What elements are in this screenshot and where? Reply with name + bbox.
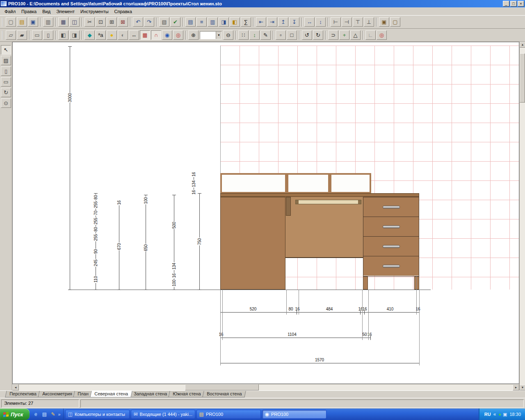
open-button[interactable]: ▤	[17, 17, 27, 27]
desk-drawer-unit[interactable]	[363, 197, 419, 276]
desk-partition-bracket[interactable]	[286, 197, 291, 216]
desk-back-panel[interactable]	[285, 197, 363, 258]
tab-1[interactable]: Аксонометрия	[38, 391, 76, 397]
toolbar-grip[interactable]	[2, 18, 3, 27]
align-top-button[interactable]: ⊤	[353, 17, 363, 27]
menu-item-1[interactable]: Правка	[18, 8, 39, 15]
grid-button[interactable]: ▦	[140, 30, 150, 40]
rotate-view-button[interactable]: ↻	[1, 88, 11, 97]
properties-button[interactable]: ▧	[159, 17, 169, 27]
delete-button[interactable]: ⊠	[118, 17, 128, 27]
menu-item-3[interactable]: Элемент	[53, 8, 78, 15]
close-button[interactable]: ×	[518, 1, 524, 7]
move-right-button[interactable]: ⇥	[267, 17, 277, 27]
desktop-icon[interactable]: ▤	[41, 411, 48, 418]
drawer-3[interactable]	[363, 237, 419, 256]
keyboard-tray-icon[interactable]: ▣	[503, 412, 507, 417]
price-list-button[interactable]: ◧	[230, 17, 240, 27]
h-scroll-track[interactable]	[19, 384, 513, 390]
center-v-button[interactable]: ↕	[315, 17, 326, 27]
dimension-lines-button[interactable]: ↔	[129, 30, 139, 40]
center-h-button[interactable]: ↔	[304, 17, 315, 27]
report-list-button[interactable]: ≡	[196, 17, 207, 27]
contacts-window-button[interactable]: ◫Компьютеры и контакты	[65, 410, 130, 419]
zoom-out-button[interactable]: ⊖	[223, 30, 233, 40]
report-structure-button[interactable]: ▤	[185, 17, 196, 27]
menu-item-2[interactable]: Вид	[39, 8, 53, 15]
align-right-button[interactable]: ⊣	[342, 17, 352, 27]
textures-button[interactable]: ◆	[84, 30, 95, 40]
shelf-divider[interactable]	[328, 175, 331, 192]
labels-button[interactable]: ªa	[96, 30, 106, 40]
snap-grid-button[interactable]: ∷	[238, 30, 249, 40]
rotate-left-button[interactable]: ↺	[302, 30, 312, 40]
drawer-1[interactable]	[363, 197, 419, 217]
minimize-button[interactable]: _	[503, 1, 509, 7]
view-solid-button[interactable]: ▰	[17, 30, 27, 40]
paste-tool-button[interactable]: ▯	[1, 66, 11, 76]
tab-3[interactable]: Северная стена	[90, 391, 132, 397]
shelf-divider[interactable]	[285, 175, 288, 192]
vertical-scrollbar[interactable]: ▲ ▼	[519, 42, 525, 390]
move-tool-button[interactable]: +	[339, 30, 349, 40]
v-scroll-track[interactable]	[520, 48, 525, 385]
light-button[interactable]: ●	[107, 30, 117, 40]
v-scroll-thumb[interactable]	[520, 53, 525, 103]
zoom-in-button[interactable]: ⊕	[188, 30, 199, 40]
browser-icon[interactable]: e	[32, 411, 39, 418]
desk-top-shelf[interactable]	[220, 173, 371, 194]
mirror-button[interactable]: △	[350, 30, 361, 40]
view-wireframe-button[interactable]: ▱	[6, 30, 16, 40]
tab-5[interactable]: Южная стена	[168, 391, 205, 397]
report-sheet-button[interactable]: ▥	[208, 17, 218, 27]
desk-left-cabinet[interactable]	[220, 197, 285, 290]
notes-icon[interactable]: ✎	[49, 411, 57, 418]
zoom-value-input[interactable]	[200, 32, 216, 39]
sum-button[interactable]: ∑	[241, 17, 251, 27]
scroll-down-icon[interactable]: ▼	[520, 385, 525, 390]
desk-leg-left[interactable]	[363, 276, 368, 290]
print-button[interactable]: ▦	[58, 17, 68, 27]
standards-button[interactable]: ✔	[170, 17, 180, 27]
copy-button[interactable]: ⊡	[96, 17, 106, 27]
sphere-button[interactable]: ◉	[162, 30, 172, 40]
cut-plane-button[interactable]: ▨	[1, 56, 11, 65]
scroll-up-icon[interactable]: ▲	[520, 42, 525, 48]
ungroup-button[interactable]: ▢	[390, 17, 400, 27]
align-left-button[interactable]: ⊢	[331, 17, 341, 27]
zoom-combo[interactable]: ▼	[200, 31, 222, 39]
menu-item-0[interactable]: Файл	[2, 8, 18, 15]
redo-button[interactable]: ↷	[144, 17, 154, 27]
new-button[interactable]: ▢	[6, 17, 16, 27]
tray-chevron-icon[interactable]: «	[493, 411, 496, 417]
move-points-button[interactable]: ↕	[249, 30, 260, 40]
tab-0[interactable]: Перспектива	[5, 391, 41, 397]
view-front-button[interactable]: ◧	[58, 30, 68, 40]
h-scroll-thumb[interactable]	[185, 384, 259, 390]
select-frame-button[interactable]: ▫	[276, 30, 286, 40]
pro100-app-window-button[interactable]: ◉PRO100	[262, 410, 326, 419]
shadow-button[interactable]: ◐	[118, 30, 128, 40]
view-space-button[interactable]: ▯	[43, 30, 53, 40]
drawing-canvas[interactable]: 3000802557025580255902451101667010065050…	[12, 42, 519, 384]
view-side-button[interactable]: ◨	[69, 30, 80, 40]
move-down-button[interactable]: ↧	[289, 17, 299, 27]
zoom-dropdown-icon[interactable]: ▼	[216, 32, 221, 39]
desk-leg-right[interactable]	[414, 276, 419, 290]
tab-4[interactable]: Западная стена	[129, 391, 171, 397]
edit-shape-button[interactable]: ✎	[260, 30, 271, 40]
group-button[interactable]: ▣	[379, 17, 389, 27]
move-up-button[interactable]: ↥	[278, 17, 288, 27]
antivirus-tray-icon[interactable]: ●	[498, 412, 501, 417]
paste-button[interactable]: ⊞	[107, 17, 117, 27]
inbox-window-button[interactable]: ✉Входящие (1 444) - yaki...	[131, 410, 195, 419]
menu-item-4[interactable]: Инструменты	[78, 8, 112, 15]
undo-button[interactable]: ↶	[133, 17, 143, 27]
select-inside-button[interactable]: □	[287, 30, 297, 40]
maximize-button[interactable]: □	[510, 1, 517, 7]
export-button[interactable]: ▥	[43, 17, 53, 27]
print-preview-button[interactable]: ◫	[69, 17, 80, 27]
origin-button[interactable]: ◎	[377, 30, 387, 40]
rotate-90-button[interactable]: ⊃	[328, 30, 338, 40]
toolbar-grip[interactable]	[2, 31, 3, 40]
